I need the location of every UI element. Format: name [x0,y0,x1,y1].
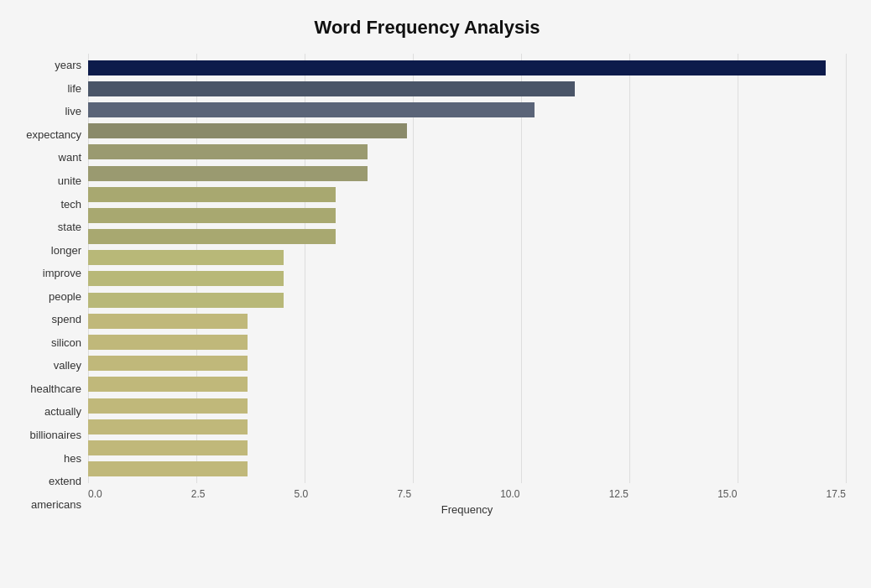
bar [88,335,248,350]
bar-row [88,333,846,351]
bar-row [88,185,846,204]
bar [88,293,284,308]
x-tick: 2.5 [191,488,206,500]
y-label: hes [64,453,81,464]
y-label: live [65,106,81,117]
bar-row [88,418,846,436]
x-tick: 5.0 [295,488,309,500]
bar [88,440,248,455]
bar-row [88,269,846,288]
y-label: healthcare [30,383,81,394]
bar [88,314,248,329]
y-label: life [67,83,81,94]
bar [88,398,248,414]
bar-row [88,312,846,330]
bar [88,419,248,434]
bar [88,271,284,286]
y-label: billionaires [30,429,81,440]
y-label: spend [52,314,81,325]
y-label: people [49,291,81,302]
bar [88,461,248,476]
chart-title: Word Frequency Analysis [8,17,846,39]
bar [88,229,336,244]
x-tick: 10.0 [500,488,519,500]
bar-row [88,439,846,457]
bar [88,187,336,202]
y-label: tech [60,199,81,210]
bar [88,250,284,265]
y-label: improve [43,268,81,278]
grid-line [846,54,847,483]
bar-row [88,206,846,225]
bar-row [88,143,846,161]
y-label: longer [51,245,81,256]
bar-row [88,122,846,140]
bar-row [88,227,846,246]
bar [88,102,535,117]
bar-row [88,164,846,183]
bar-row [88,59,846,77]
bar-row [88,375,846,393]
y-label: expectancy [26,129,81,140]
bar [88,377,248,392]
x-tick: 12.5 [609,488,628,500]
bar-row [88,460,846,478]
y-label: valley [54,360,81,371]
bar-row [88,80,846,98]
y-label: extend [49,476,81,487]
x-tick: 15.0 [717,488,737,500]
bars-wrapper [88,54,846,483]
y-axis: yearslifeliveexpectancywantunitetechstat… [8,54,88,516]
bar-row [88,101,846,119]
bar-row [88,354,846,372]
bar-row [88,291,846,310]
bar-row [88,248,846,267]
y-label: unite [58,175,81,186]
y-label: state [58,221,81,232]
bar [88,208,336,223]
x-tick: 17.5 [827,488,846,500]
plot-area: 0.02.55.07.510.012.515.017.5 Frequency [88,54,846,516]
x-axis: 0.02.55.07.510.012.515.017.5 [88,483,846,500]
y-label: silicon [51,337,81,348]
x-tick: 0.0 [88,488,102,500]
chart-container: Word Frequency Analysis yearslifeliveexp… [0,0,871,588]
bars-container [88,54,846,483]
y-label: americans [31,499,81,510]
bar [88,60,826,75]
bar [88,81,575,96]
bar-row [88,397,846,415]
bar [88,123,407,138]
x-axis-label: Frequency [88,503,846,516]
x-tick: 7.5 [397,488,411,500]
bar [88,144,368,159]
y-label: actually [44,406,81,417]
bar [88,356,248,371]
y-label: years [55,60,81,70]
y-label: want [59,152,81,163]
bar [88,166,368,181]
